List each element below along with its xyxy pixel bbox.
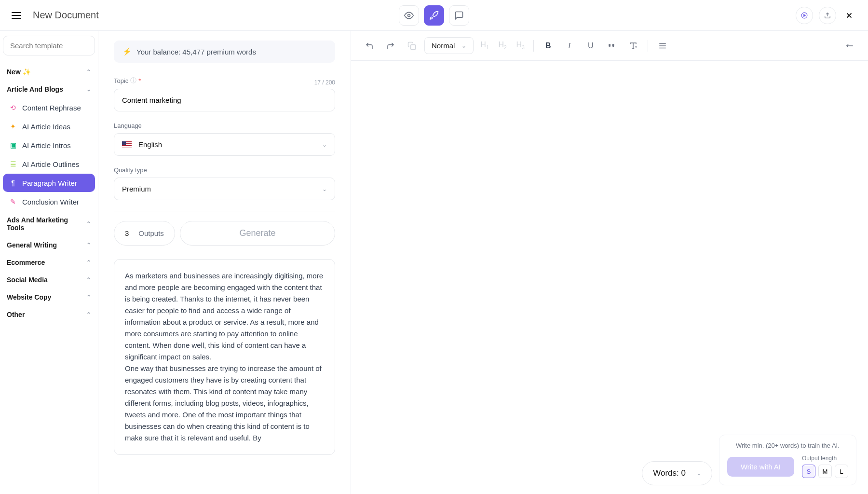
outline-icon: ☰: [9, 160, 17, 168]
length-m-button[interactable]: M: [818, 465, 832, 478]
text-style-select[interactable]: Normal ⌄: [424, 37, 474, 54]
length-l-button[interactable]: L: [835, 465, 848, 478]
align-button[interactable]: [654, 37, 671, 55]
redo-button[interactable]: [382, 37, 399, 55]
sidebar-group-general[interactable]: General Writing ⌃: [3, 236, 95, 254]
clear-format-icon: [629, 41, 637, 50]
sidebar-item-article-outlines[interactable]: ☰ AI Article Outlines: [3, 155, 95, 173]
collapse-button[interactable]: [841, 37, 858, 55]
flag-icon: [122, 141, 132, 148]
quality-value: Premium: [122, 185, 151, 193]
sidebar-group-label: Ecommerce: [7, 259, 45, 266]
sidebar-item-label: Content Rephrase: [22, 104, 81, 112]
editor-body[interactable]: Words: 0 ⌄ Write min. (20+ words) to tra…: [351, 61, 868, 494]
sidebar-item-conclusion-writer[interactable]: ✎ Conclusion Writer: [3, 192, 95, 211]
length-s-button[interactable]: S: [802, 465, 815, 478]
clear-format-button[interactable]: [624, 37, 642, 55]
underline-button[interactable]: U: [582, 37, 599, 55]
h1-button[interactable]: H1: [477, 41, 491, 50]
rephrase-icon: ⟲: [9, 103, 17, 112]
menu-icon[interactable]: [12, 12, 21, 19]
copy-icon: [407, 41, 416, 50]
divider: [114, 211, 335, 211]
sidebar-group-social[interactable]: Social Media ⌃: [3, 271, 95, 288]
sidebar-group-webcopy[interactable]: Website Copy ⌃: [3, 288, 95, 306]
sidebar-group-ads[interactable]: Ads And Marketing Tools ⌃: [3, 211, 95, 236]
sidebar-group-label: Website Copy: [7, 293, 51, 301]
sidebar-group-other[interactable]: Other ⌃: [3, 306, 95, 323]
intro-icon: ▣: [9, 141, 17, 150]
quote-button[interactable]: [603, 37, 621, 55]
ai-assist-panel: Write min. (20+ words) to train the AI. …: [719, 435, 856, 485]
svg-rect-6: [411, 44, 416, 49]
sidebar-group-label: General Writing: [7, 241, 57, 249]
sidebar-item-label: Conclusion Writer: [22, 198, 79, 206]
output-length-label: Output length: [802, 455, 848, 462]
rocket-icon: [429, 11, 439, 20]
sidebar-group-articles[interactable]: Article And Blogs ⌄: [3, 81, 95, 98]
undo-button[interactable]: [361, 37, 378, 55]
conclusion-icon: ✎: [9, 197, 17, 206]
close-button[interactable]: [842, 8, 856, 23]
info-icon: ⓘ: [130, 76, 136, 85]
undo-icon: [365, 41, 374, 50]
sidebar-group-label: Ads And Marketing Tools: [7, 216, 86, 232]
word-count-label: Words: 0: [653, 468, 686, 478]
italic-button[interactable]: I: [561, 37, 578, 55]
sidebar-item-article-intros[interactable]: ▣ AI Article Intros: [3, 136, 95, 154]
idea-icon: ✦: [9, 122, 17, 131]
quote-icon: [608, 41, 616, 50]
h2-button[interactable]: H2: [495, 41, 509, 50]
chat-icon: [454, 11, 464, 20]
align-icon: [658, 41, 667, 50]
sidebar-group-label: Other: [7, 311, 25, 318]
play-icon: [801, 12, 808, 19]
sidebar-group-label: Article And Blogs: [7, 85, 63, 93]
chevron-up-icon: ⌃: [86, 259, 91, 266]
chevron-up-icon: ⌃: [86, 69, 91, 75]
sidebar-group-new[interactable]: New ✨ ⌃: [3, 63, 95, 81]
share-button[interactable]: [819, 7, 836, 24]
h3-button[interactable]: H3: [514, 41, 528, 50]
redo-icon: [386, 41, 395, 50]
bold-button[interactable]: B: [540, 37, 557, 55]
search-input[interactable]: [3, 36, 95, 55]
sidebar-group-ecommerce[interactable]: Ecommerce ⌃: [3, 254, 95, 271]
sidebar-item-paragraph-writer[interactable]: ¶ Paragraph Writer: [3, 174, 95, 192]
quality-label: Quality type: [114, 166, 335, 174]
play-button[interactable]: [796, 7, 813, 24]
chevron-down-icon: ⌄: [86, 86, 91, 93]
word-count-pill[interactable]: Words: 0 ⌄: [642, 461, 712, 485]
generate-button[interactable]: Generate: [180, 221, 335, 246]
balance-text: Your balance: 45,477 premium words: [136, 48, 256, 56]
sidebar-item-label: Paragraph Writer: [22, 179, 77, 187]
upload-icon: [824, 12, 831, 19]
sidebar-item-content-rephrase[interactable]: ⟲ Content Rephrase: [3, 98, 95, 117]
copy-button[interactable]: [403, 37, 420, 55]
sidebar-item-label: AI Article Outlines: [22, 160, 79, 168]
sidebar-item-label: AI Article Ideas: [22, 123, 70, 131]
preview-button[interactable]: [399, 5, 419, 26]
bolt-icon: ⚡: [122, 47, 132, 56]
language-value: English: [138, 140, 162, 149]
chevron-up-icon: ⌃: [86, 276, 91, 283]
collapse-icon: [845, 41, 854, 50]
chat-button[interactable]: [449, 5, 469, 26]
chevron-down-icon: ⌄: [322, 186, 327, 192]
chevron-up-icon: ⌃: [86, 220, 91, 227]
outputs-label: Outputs: [138, 229, 164, 237]
form-panel: ⚡ Your balance: 45,477 premium words Top…: [98, 31, 351, 494]
language-label: Language: [114, 122, 335, 129]
topic-input[interactable]: [114, 89, 335, 111]
sidebar-item-article-ideas[interactable]: ✦ AI Article Ideas: [3, 117, 95, 136]
chevron-up-icon: ⌃: [86, 242, 91, 248]
svg-marker-2: [804, 14, 806, 16]
outputs-stepper[interactable]: 3 Outputs: [114, 221, 175, 246]
balance-pill: ⚡ Your balance: 45,477 premium words: [114, 41, 335, 63]
chevron-down-icon: ⌄: [322, 141, 327, 148]
sidebar-group-label: New ✨: [7, 68, 31, 76]
ai-mode-button[interactable]: [424, 5, 444, 26]
write-with-ai-button[interactable]: Write with AI: [727, 457, 794, 477]
quality-select[interactable]: Premium ⌄: [114, 178, 335, 200]
language-select[interactable]: English ⌄: [114, 133, 335, 156]
